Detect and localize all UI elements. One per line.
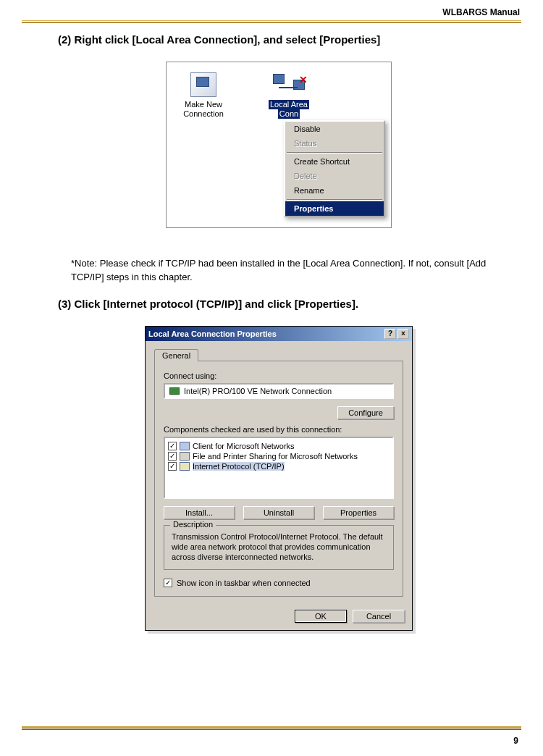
description-groupbox: Description Transmission Control Protoco… <box>164 525 394 570</box>
titlebar-help-button[interactable]: ? <box>384 329 396 339</box>
menu-delete: Delete <box>285 169 384 183</box>
checkbox-tcpip[interactable]: ✓ <box>168 462 177 471</box>
step3-heading: (3) Click [Internet protocol (TCP/IP)] a… <box>58 298 500 310</box>
context-menu: Disable Status Create Shortcut Delete Re… <box>284 120 385 217</box>
cancel-button[interactable]: Cancel <box>353 610 405 623</box>
dialog-titlebar: Local Area Connection Properties ? × <box>146 327 412 341</box>
checkbox-show-icon[interactable]: ✓ <box>164 579 172 587</box>
lac-label-l2: Conn <box>278 109 300 119</box>
menu-status: Status <box>285 136 384 151</box>
item-fileprint[interactable]: File and Printer Sharing for Microsoft N… <box>193 452 358 461</box>
tcpip-note: *Note: Please check if TCP/IP had been i… <box>71 257 500 285</box>
make-new-connection-icon[interactable]: Make New Connection <box>171 67 236 119</box>
menu-separator-1 <box>287 152 382 153</box>
list-item: ✓ Client for Microsoft Networks <box>168 441 390 451</box>
make-new-label-l2: Connection <box>171 109 236 119</box>
tab-panel-general: Connect using: Intel(R) PRO/100 VE Netwo… <box>154 361 403 597</box>
menu-separator-2 <box>287 199 382 200</box>
connect-using-label: Connect using: <box>164 371 394 380</box>
nic-icon <box>169 387 180 395</box>
dialog-title: Local Area Connection Properties <box>148 329 277 338</box>
show-icon-label: Show icon in taskbar when connected <box>177 579 311 587</box>
network-icon: ✕ <box>273 72 305 97</box>
screenshot-properties-dialog: Local Area Connection Properties ? × Gen… <box>145 326 413 631</box>
adapter-field: Intel(R) PRO/100 VE Network Connection <box>164 383 394 399</box>
local-area-connection-icon[interactable]: ✕ Local Area Conn <box>256 67 321 119</box>
item-tcpip[interactable]: Internet Protocol (TCP/IP) <box>193 462 285 471</box>
client-icon <box>180 442 190 450</box>
menu-disable[interactable]: Disable <box>285 122 384 136</box>
disconnected-x-icon: ✕ <box>299 74 308 85</box>
manual-title: WLBARGS Manual <box>442 7 520 17</box>
screenshot-context-menu: Make New Connection ✕ Local Area Conn Di… <box>166 62 392 228</box>
page-header: WLBARGS Manual <box>0 0 543 20</box>
step2-heading: (2) Right click [Local Area Connection],… <box>58 33 500 46</box>
install-button[interactable]: Install... <box>164 506 235 519</box>
list-item: ✓ Internet Protocol (TCP/IP) <box>168 461 390 471</box>
menu-rename[interactable]: Rename <box>285 183 384 198</box>
components-label: Components checked are used by this conn… <box>164 425 394 434</box>
page-number: 9 <box>513 736 518 746</box>
ok-button[interactable]: OK <box>295 610 347 623</box>
menu-create-shortcut[interactable]: Create Shortcut <box>285 154 384 169</box>
menu-properties[interactable]: Properties <box>285 201 384 216</box>
footer-rule <box>22 726 521 730</box>
checkbox-fileprint[interactable]: ✓ <box>168 452 177 461</box>
item-client[interactable]: Client for Microsoft Networks <box>193 442 295 450</box>
folder-wizard-icon <box>190 72 216 97</box>
tcpip-icon <box>180 462 190 471</box>
tab-general[interactable]: General <box>154 349 198 361</box>
uninstall-button[interactable]: Uninstall <box>243 506 314 519</box>
configure-button[interactable]: Configure <box>337 406 394 419</box>
lac-label-l1: Local Area <box>269 100 309 109</box>
dialog-button-row: OK Cancel <box>146 604 412 630</box>
tab-strip: General <box>154 348 403 361</box>
list-item: ✓ File and Printer Sharing for Microsoft… <box>168 451 390 461</box>
components-listbox[interactable]: ✓ Client for Microsoft Networks ✓ File a… <box>164 437 394 499</box>
adapter-name: Intel(R) PRO/100 VE Network Connection <box>184 387 332 395</box>
titlebar-close-button[interactable]: × <box>397 329 409 339</box>
make-new-label-l1: Make New <box>171 100 236 109</box>
header-rule <box>22 20 521 23</box>
checkbox-client[interactable]: ✓ <box>168 442 177 450</box>
printer-share-icon <box>180 452 190 461</box>
properties-button[interactable]: Properties <box>323 506 394 519</box>
description-label: Description <box>170 520 216 529</box>
description-text: Transmission Control Protocol/Internet P… <box>172 532 386 562</box>
